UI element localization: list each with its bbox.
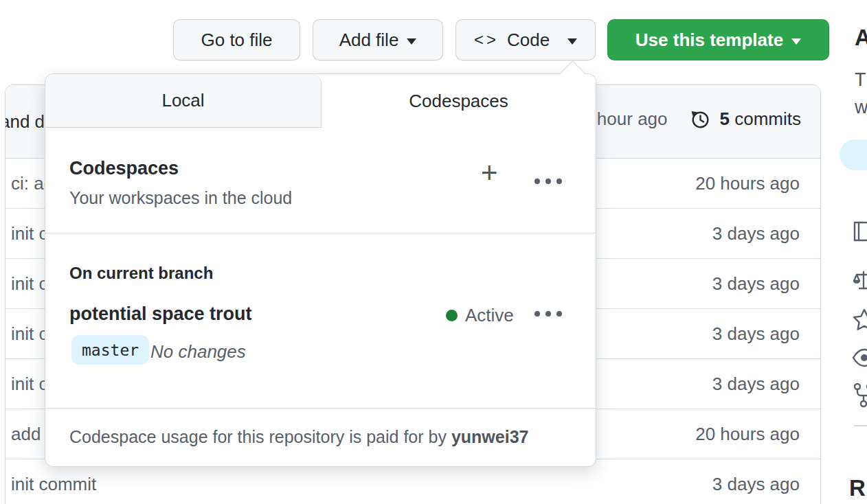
active-status-dot-icon: [446, 310, 458, 321]
tab-local[interactable]: Local: [45, 74, 322, 128]
codespace-status: Active: [446, 305, 514, 326]
commits-count: 5: [720, 108, 730, 129]
code-icon: <>: [474, 30, 499, 49]
tab-codespaces-label: Codespaces: [409, 91, 508, 112]
add-file-button[interactable]: Add file: [313, 19, 443, 60]
caret-down-icon: [567, 38, 577, 45]
dropdown-tabs: Local Codespaces: [45, 74, 596, 128]
about-description-line: T: [855, 69, 866, 91]
go-to-file-label: Go to file: [201, 30, 272, 51]
history-icon: [690, 109, 710, 130]
fork-icon[interactable]: [852, 382, 867, 412]
row-commit-time: 3 days ago: [712, 273, 800, 295]
changes-status: No changes: [150, 341, 246, 363]
footer-owner: yunwei37: [451, 427, 529, 446]
repo-page: and d 1 hour ago 5 commits ci: ad 20 hou…: [0, 0, 867, 504]
codespaces-title: Codespaces: [69, 158, 179, 179]
about-description-line: w: [855, 97, 867, 118]
releases-heading: R: [849, 475, 866, 501]
footer-text: Codespace usage for this repository is p…: [69, 427, 447, 446]
dropdown-divider: [45, 233, 596, 233]
code-button[interactable]: <> Code: [455, 19, 596, 60]
branch-badge: master: [71, 335, 149, 365]
topic-tag[interactable]: [840, 139, 867, 170]
code-dropdown: Local Codespaces Codespaces Your workspa…: [45, 73, 596, 467]
row-commit-time: 3 days ago: [712, 223, 800, 244]
caret-down-icon: [407, 38, 416, 45]
new-codespace-plus-button[interactable]: +: [481, 157, 498, 190]
codespace-kebab-button[interactable]: [534, 311, 562, 317]
star-icon[interactable]: [852, 308, 867, 335]
code-label: Code: [507, 30, 550, 51]
about-heading: A: [855, 25, 867, 51]
commits-link[interactable]: 5 commits: [717, 108, 801, 130]
on-current-branch-label: On current branch: [69, 264, 213, 283]
caret-down-icon: [791, 38, 801, 45]
row-commit-time: 20 hours ago: [695, 424, 800, 445]
codespace-usage-footer: Codespace usage for this repository is p…: [69, 427, 528, 447]
active-status-label: Active: [465, 305, 514, 326]
codespace-name[interactable]: potential space trout: [69, 303, 252, 325]
commit-meta: 1 hour ago 5 commits: [582, 108, 801, 130]
go-to-file-button[interactable]: Go to file: [173, 19, 300, 60]
use-template-label: Use this template: [635, 30, 783, 51]
codespaces-subtitle: Your workspaces in the cloud: [69, 188, 292, 208]
eye-icon[interactable]: [852, 347, 867, 371]
row-commit-message: init commit: [11, 474, 96, 495]
commits-label: commits: [734, 108, 801, 129]
readme-book-icon[interactable]: [852, 220, 867, 246]
license-scales-icon[interactable]: [852, 269, 867, 295]
tab-codespaces[interactable]: Codespaces: [322, 74, 596, 128]
dropdown-divider: [45, 408, 596, 409]
codespaces-kebab-button[interactable]: [534, 179, 562, 184]
sidebar-divider: [854, 425, 867, 426]
row-commit-time: 20 hours ago: [695, 173, 800, 194]
use-this-template-button[interactable]: Use this template: [607, 19, 829, 60]
latest-commit-message: and d: [5, 111, 45, 133]
row-commit-time: 3 days ago: [712, 474, 800, 495]
tab-local-label: Local: [161, 90, 204, 111]
add-file-label: Add file: [339, 30, 399, 51]
row-commit-time: 3 days ago: [712, 323, 800, 345]
row-commit-time: 3 days ago: [712, 374, 800, 395]
